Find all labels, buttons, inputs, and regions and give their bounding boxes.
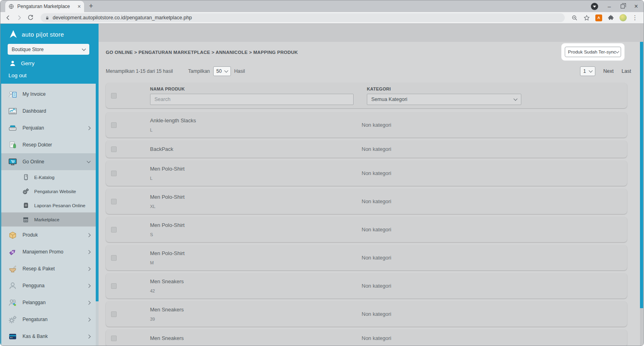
chevron-right-icon [87, 284, 91, 288]
sidebar-scrollbar[interactable] [96, 24, 99, 346]
table-row: Men Sneakers39Non kategori [106, 301, 627, 327]
prescription-icon [8, 140, 17, 150]
content-scrollbar-thumb[interactable] [640, 42, 643, 308]
sidebar-item-pengguna[interactable]: Pengguna [1, 277, 96, 294]
sidebar-item-e-katalog[interactable]: E-Katalog [1, 170, 96, 184]
product-search-input[interactable] [150, 94, 354, 105]
tab-title: Pengaturan Marketplace [17, 4, 74, 9]
row-checkbox[interactable] [111, 311, 117, 317]
shopping-extension-icon[interactable]: A [595, 14, 602, 21]
row-checkbox[interactable] [111, 146, 117, 152]
product-category: Non kategori [362, 227, 391, 233]
sales-icon [8, 123, 17, 133]
sync-filter-select[interactable]: Produk Sudah Ter-sync [565, 47, 621, 57]
sidebar-item-manajemen-promo[interactable]: Manajemen Promo [1, 243, 96, 260]
page-number: 1 [583, 68, 586, 74]
close-tab-icon[interactable]: × [78, 4, 81, 9]
logout-link[interactable]: Log out [8, 72, 89, 78]
column-header-name: NAMA PRODUK [150, 86, 354, 91]
new-tab-button[interactable]: + [89, 2, 93, 10]
product-variant: XL [150, 204, 155, 209]
row-checkbox[interactable] [111, 283, 117, 289]
forward-icon[interactable] [16, 14, 23, 21]
sidebar-item-label: E-Katalog [34, 175, 90, 180]
row-checkbox[interactable] [111, 255, 117, 261]
table-row: Men Polo-ShirtXLNon kategori [106, 189, 627, 214]
browser-tab[interactable]: Pengaturan Marketplace × [5, 1, 84, 12]
sidebar-item-label: Manajemen Promo [23, 249, 82, 255]
page-select[interactable]: 1 [580, 66, 595, 76]
browser-toolbar: development.autopilotstore.co.id/pengatu… [0, 12, 644, 24]
row-checkbox[interactable] [111, 336, 117, 341]
sidebar-item-label: Penjualan [23, 125, 82, 131]
sidebar-item-resep-paket[interactable]: Resep & Paket [1, 260, 96, 277]
per-page-suffix: Hasil [234, 68, 245, 74]
row-checkbox[interactable] [111, 199, 117, 204]
sidebar-item-pengaturan-website[interactable]: Pengaturan Website [1, 184, 96, 198]
browser-menu-icon[interactable]: ⋮ [632, 14, 638, 21]
zoom-icon[interactable] [571, 14, 578, 21]
per-page-select[interactable]: 50 [213, 66, 231, 76]
last-page-link[interactable]: Last [621, 68, 631, 74]
bank-card-icon [8, 332, 17, 341]
phone-icon [22, 174, 29, 181]
sidebar-item-go-online[interactable]: Go Online [1, 153, 96, 170]
gears-dark-icon [22, 188, 29, 195]
product-category: Non kategori [362, 122, 391, 128]
next-page-link[interactable]: Next [603, 68, 614, 74]
product-variant: L [150, 176, 152, 181]
tab-strip: Pengaturan Marketplace × + – × [0, 0, 644, 12]
sidebar-item-pengaturan[interactable]: Pengaturan [1, 311, 96, 328]
sidebar-item-resep-dokter[interactable]: Resep Dokter [1, 136, 96, 153]
sidebar-item-produk[interactable]: Produk [1, 227, 96, 243]
minimize-button[interactable]: – [608, 4, 611, 9]
chevron-down-icon [514, 97, 518, 101]
store-selector[interactable]: Boutique Store [8, 44, 89, 55]
product-name: Men Sneakers [150, 307, 184, 313]
autopilot-logo-icon [8, 29, 18, 39]
sidebar-item-label: Pengguna [23, 283, 82, 288]
customer-icon [8, 298, 17, 307]
sidebar-item-kas-bank[interactable]: Kas & Bank [1, 328, 96, 345]
chevron-down-icon [615, 49, 619, 54]
product-name: BackPack [150, 146, 173, 152]
sidebar-item-my-invoice[interactable]: My Invoice [1, 86, 96, 103]
sidebar-item-pelanggan[interactable]: Pelanggan [1, 294, 96, 311]
table-row: Men Sneakers42Non kategori [106, 273, 627, 299]
sidebar-item-laporan-pesanan-online[interactable]: Laporan Pesanan Online [1, 198, 96, 212]
restore-button[interactable] [621, 4, 625, 8]
product-variant: L [150, 128, 152, 132]
product-name: Ankle-length Slacks [150, 117, 196, 124]
chevron-down-icon [82, 47, 86, 51]
address-bar[interactable]: development.autopilotstore.co.id/pengatu… [41, 13, 565, 22]
sidebar-item-label: Resep Dokter [23, 142, 90, 148]
product-name: Men Sneakers [150, 335, 184, 341]
content-scrollbar[interactable] [640, 24, 643, 346]
sidebar-item-marketplace[interactable]: Marketplace [1, 212, 96, 227]
product-variant: 42 [150, 288, 155, 293]
per-page-value: 50 [216, 68, 222, 74]
chevron-down-icon [87, 159, 91, 163]
sidebar-scrollbar-thumb[interactable] [96, 24, 99, 301]
sidebar-item-label: Pengaturan [23, 317, 82, 322]
chevron-right-icon [87, 250, 91, 254]
sidebar-item-dashboard[interactable]: Dashboard [1, 103, 96, 119]
sidebar-item-penjualan[interactable]: Penjualan [1, 119, 96, 136]
bookmark-star-icon[interactable] [583, 14, 590, 21]
row-checkbox[interactable] [111, 122, 117, 128]
category-filter-select[interactable]: Semua Kategori [367, 94, 521, 105]
invoice-icon [8, 89, 17, 99]
profile-avatar[interactable] [619, 14, 627, 21]
row-checkbox[interactable] [111, 171, 117, 176]
browser-update-icon[interactable] [591, 3, 598, 10]
row-checkbox[interactable] [111, 227, 117, 233]
extensions-puzzle-icon[interactable] [607, 14, 614, 21]
sidebar-item-label: Produk [23, 232, 82, 238]
select-all-checkbox[interactable] [111, 93, 117, 99]
reload-icon[interactable] [27, 14, 34, 21]
close-window-button[interactable]: × [634, 3, 638, 10]
store-selector-value: Boutique Store [12, 47, 43, 52]
chevron-right-icon [87, 301, 91, 305]
column-header-category: KATEGORI [367, 86, 521, 91]
back-icon[interactable] [4, 14, 12, 21]
